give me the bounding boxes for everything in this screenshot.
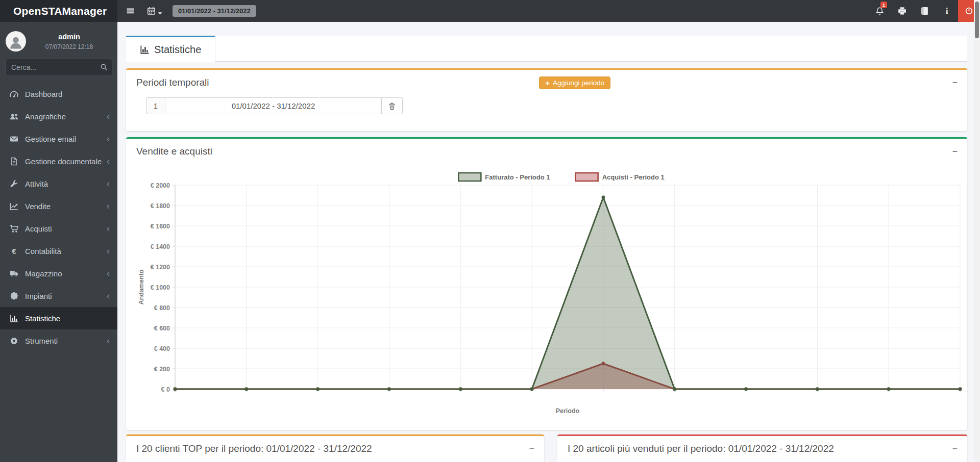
add-period-button[interactable]: + Aggiungi periodo	[539, 76, 610, 89]
tab-bar: Statistiche	[126, 36, 967, 62]
sales-card-title: Vendite e acquisti	[136, 145, 212, 158]
caret-down-icon	[158, 9, 162, 13]
periods-card-title: Periodi temporali	[136, 76, 209, 89]
docs-button[interactable]	[913, 0, 936, 22]
svg-text:€ 1200: € 1200	[151, 264, 170, 271]
tab-statistiche[interactable]: Statistiche	[126, 36, 215, 62]
add-period-label: Aggiungi periodo	[553, 79, 604, 87]
collapse-sales-button[interactable]: −	[952, 147, 958, 156]
app-logo: OpenSTAManager	[0, 0, 117, 22]
bar-chart-icon	[140, 45, 150, 55]
chart-line-icon	[9, 202, 19, 211]
print-button[interactable]	[891, 0, 913, 22]
top-clients-card: I 20 clienti TOP per il periodo: 01/01/2…	[126, 434, 544, 462]
chevron-left-icon: ‹	[107, 134, 110, 143]
collapse-top-articles-button[interactable]: −	[952, 445, 958, 453]
svg-text:€ 800: € 800	[154, 304, 170, 312]
printer-icon	[898, 7, 906, 15]
sidebar-item-magazzino[interactable]: Magazzino‹	[0, 262, 117, 285]
sidebar-item-contabilit-[interactable]: €Contabilità‹	[0, 240, 117, 262]
users-icon	[9, 112, 19, 121]
chevron-left-icon: ‹	[107, 246, 110, 255]
user-panel: admin 07/07/2022 12:18	[0, 22, 117, 52]
sidebar-item-statistiche[interactable]: Statistiche	[0, 307, 117, 329]
euro-icon: €	[9, 247, 19, 255]
trash-icon	[388, 102, 396, 110]
sidebar-item-acquisti[interactable]: Acquisti‹	[0, 217, 117, 240]
cart-icon	[9, 224, 19, 233]
sidebar-item-dashboard[interactable]: Dashboard	[0, 83, 117, 105]
chevron-left-icon: ‹	[107, 157, 110, 166]
dashboard-icon	[9, 90, 19, 98]
sidebar-item-label: Gestione documentale	[25, 157, 102, 166]
svg-text:€ 200: € 200	[154, 366, 170, 373]
info-button[interactable]: i	[936, 0, 958, 22]
sidebar-item-label: Magazzino	[25, 269, 62, 278]
chevron-left-icon: ‹	[107, 179, 110, 188]
date-range-badge[interactable]: 01/01/2022 - 31/12/2022	[173, 5, 256, 17]
envelope-icon	[9, 135, 19, 143]
sidebar-item-label: Impianti	[25, 292, 52, 300]
sidebar-item-attivit-[interactable]: Attività‹	[0, 172, 117, 195]
topbar-actions: 1 i	[868, 0, 980, 22]
period-range-input[interactable]	[165, 97, 382, 114]
sidebar-item-gestione-email[interactable]: Gestione email‹	[0, 127, 117, 150]
sidebar-item-label: Anagrafiche	[25, 112, 66, 121]
period-row: 1	[146, 97, 403, 114]
svg-text:€ 400: € 400	[154, 345, 170, 352]
document-icon	[9, 157, 19, 166]
sidebar-item-label: Acquisti	[25, 224, 52, 233]
puzzle-icon	[9, 292, 19, 300]
user-name: admin	[26, 33, 112, 41]
collapse-periods-button[interactable]: −	[952, 79, 958, 87]
tab-label: Statistiche	[154, 44, 201, 56]
svg-text:Fatturato - Periodo 1: Fatturato - Periodo 1	[485, 173, 550, 181]
sales-chart-svg: € 0€ 200€ 400€ 600€ 800€ 1000€ 1200€ 140…	[131, 162, 962, 420]
sidebar-item-label: Strumenti	[25, 337, 58, 345]
main-content: Statistiche Periodi temporali + Aggiungi…	[117, 22, 980, 462]
bar-chart-icon	[9, 314, 19, 323]
calendar-icon	[147, 7, 156, 15]
book-icon	[920, 7, 929, 15]
page-scrollbar	[974, 0, 980, 462]
truck-icon	[9, 269, 19, 278]
svg-text:€ 1800: € 1800	[151, 202, 170, 210]
sidebar-item-gestione-documentale[interactable]: Gestione documentale‹	[0, 150, 117, 172]
top-clients-title: I 20 clienti TOP per il periodo: 01/01/2…	[136, 442, 372, 455]
sidebar-item-strumenti[interactable]: Strumenti‹	[0, 329, 117, 352]
sidebar-toggle-icon[interactable]	[126, 7, 135, 15]
calendar-filter-button[interactable]	[147, 7, 162, 15]
chevron-left-icon: ‹	[107, 201, 110, 211]
sidebar: admin 07/07/2022 12:18 DashboardAnagrafi…	[0, 22, 117, 462]
plus-icon: +	[545, 79, 550, 87]
topbar: OpenSTAManager 01/01/2022 - 31/12/2022 1…	[0, 0, 980, 22]
search-input[interactable]	[5, 59, 112, 76]
sidebar-item-label: Vendite	[25, 202, 51, 211]
scrollbar-thumb[interactable]	[975, 2, 979, 38]
top-articles-title: I 20 articoli più venduti per il periodo…	[568, 442, 834, 455]
sidebar-item-vendite[interactable]: Vendite‹	[0, 195, 117, 217]
search-icon[interactable]	[100, 63, 108, 71]
power-icon	[965, 7, 973, 15]
collapse-top-clients-button[interactable]: −	[529, 445, 534, 453]
svg-text:Andamento: Andamento	[138, 269, 145, 304]
svg-text:€ 600: € 600	[154, 325, 170, 332]
delete-period-button[interactable]	[382, 97, 403, 114]
sales-card: Vendite e acquisti − € 0€ 200€ 400€ 600€…	[126, 137, 967, 430]
sales-chart: € 0€ 200€ 400€ 600€ 800€ 1000€ 1200€ 140…	[126, 162, 967, 422]
sidebar-item-label: Statistiche	[25, 314, 60, 323]
info-icon: i	[946, 6, 948, 16]
sidebar-item-impianti[interactable]: Impianti‹	[0, 285, 117, 307]
periods-card: Periodi temporali + Aggiungi periodo − 1	[126, 68, 967, 131]
user-login-datetime: 07/07/2022 12:18	[26, 43, 112, 50]
sidebar-menu: DashboardAnagrafiche‹Gestione email‹Gest…	[0, 83, 117, 352]
svg-text:€ 2000: € 2000	[151, 182, 170, 189]
chevron-left-icon: ‹	[107, 336, 110, 345]
sidebar-item-label: Dashboard	[25, 90, 62, 98]
svg-text:€ 1600: € 1600	[151, 223, 170, 230]
sidebar-item-label: Contabilità	[25, 247, 61, 255]
notifications-button[interactable]: 1	[868, 0, 891, 22]
top-articles-card: I 20 articoli più venduti per il periodo…	[557, 434, 967, 462]
sidebar-item-anagrafiche[interactable]: Anagrafiche‹	[0, 105, 117, 127]
svg-text:€ 1400: € 1400	[151, 243, 170, 250]
